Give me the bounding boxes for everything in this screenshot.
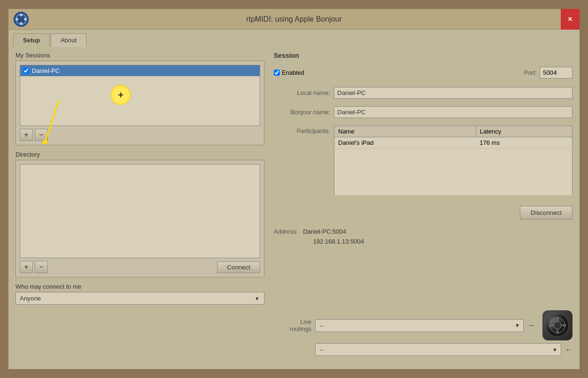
svg-point-3	[20, 22, 23, 25]
disconnect-row: Disconnect	[274, 203, 573, 220]
port-input[interactable]: 5004	[540, 67, 573, 79]
session-checkbox[interactable]	[23, 68, 29, 74]
live-routings-label: Liveroutings	[274, 318, 311, 332]
session-item-daniel-pc[interactable]: Daniel-PC	[20, 65, 260, 76]
directory-add-button[interactable]: +	[20, 261, 33, 273]
main-window: rtpMIDI: using Apple Bonjour × Setup Abo…	[8, 8, 580, 370]
participants-label: Participants:	[274, 126, 330, 134]
sessions-btn-row: + −	[20, 129, 260, 141]
title-bar: rtpMIDI: using Apple Bonjour ×	[8, 9, 580, 30]
my-sessions-group: Daniel-PC + −	[15, 61, 264, 145]
routing-row-1: Liveroutings -- →	[274, 310, 573, 340]
close-button[interactable]: ×	[561, 9, 580, 30]
main-content: My Sessions Daniel-PC + − Dir	[8, 47, 580, 366]
port-label: Port:	[524, 69, 537, 76]
directory-remove-button[interactable]: −	[35, 261, 48, 273]
session-heading: Session	[274, 52, 573, 59]
svg-point-11	[549, 324, 552, 327]
address-value-1: Daniel-PC:5004	[303, 228, 346, 235]
tab-setup[interactable]: Setup	[13, 33, 50, 47]
right-panel: Session Enabled Port: 5004 Local name:	[274, 52, 573, 359]
window-title: rtpMIDI: using Apple Bonjour	[246, 15, 342, 24]
bonjour-name-label: Bonjour name:	[274, 109, 330, 116]
bonjour-name-input[interactable]: Daniel-PC	[334, 106, 573, 118]
enabled-row: Enabled Port: 5004	[274, 67, 573, 79]
app-logo	[13, 11, 29, 27]
local-name-row: Local name: Daniel-PC	[274, 87, 573, 99]
connect-button[interactable]: Connect	[217, 261, 260, 273]
tab-about[interactable]: About	[51, 33, 86, 47]
who-connect-dropdown-wrapper: Anyone Only listed participants	[15, 292, 264, 305]
svg-point-12	[563, 324, 566, 327]
participants-table-wrapper: Name Latency Daniel's iPad 176 ms	[334, 126, 573, 196]
local-name-input[interactable]: Daniel-PC	[334, 87, 573, 99]
session-name: Daniel-PC	[32, 67, 60, 74]
directory-btn-row: + − Connect	[20, 261, 260, 273]
svg-point-9	[556, 317, 559, 320]
routing2-arrow-icon: ←	[565, 346, 573, 354]
routing1-arrow-icon: →	[527, 321, 535, 330]
address-value-2: 192.168.1.13:5004	[313, 238, 364, 245]
enabled-checkbox[interactable]	[274, 70, 280, 76]
routings-section: Liveroutings -- →	[274, 306, 573, 359]
svg-point-8	[554, 322, 561, 329]
midi-logo	[542, 310, 573, 340]
routing1-dropdown[interactable]: --	[315, 319, 524, 332]
routing2-dropdown[interactable]: --	[315, 343, 561, 356]
sessions-remove-button[interactable]: −	[35, 129, 48, 141]
my-sessions-label: My Sessions	[15, 52, 264, 59]
disconnect-button[interactable]: Disconnect	[520, 206, 573, 220]
directory-group: + − Connect	[15, 160, 264, 277]
directory-section: Directory + − Connect	[15, 151, 264, 277]
local-name-label: Local name:	[274, 89, 330, 96]
svg-point-5	[24, 18, 27, 21]
directory-label: Directory	[15, 151, 264, 158]
who-connect-dropdown[interactable]: Anyone Only listed participants	[15, 292, 264, 305]
routing-row-2: -- ←	[274, 343, 573, 356]
who-connect-label: Who may connect to me	[15, 283, 264, 290]
routing1-dropdown-wrapper: --	[315, 319, 524, 332]
bonjour-name-row: Bonjour name: Daniel-PC	[274, 106, 573, 118]
who-connect-section: Who may connect to me Anyone Only listed…	[15, 283, 264, 305]
table-row-empty	[334, 149, 573, 196]
participants-col-latency: Latency	[476, 126, 572, 137]
svg-point-2	[20, 14, 23, 16]
address-label: Address:	[274, 228, 298, 235]
table-row: Daniel's iPad 176 ms	[334, 137, 573, 149]
port-group: Port: 5004	[505, 67, 573, 79]
svg-point-10	[556, 331, 559, 334]
my-sessions-section: My Sessions Daniel-PC + −	[15, 52, 264, 145]
participant-latency: 176 ms	[476, 137, 572, 149]
enabled-label: Enabled	[282, 69, 304, 76]
directory-list	[20, 164, 260, 258]
enabled-wrapper: Enabled	[274, 69, 304, 76]
participants-table: Name Latency Daniel's iPad 176 ms	[334, 126, 573, 196]
participant-name: Daniel's iPad	[334, 137, 476, 149]
participants-col-name: Name	[334, 126, 476, 137]
sessions-add-button[interactable]: +	[20, 129, 33, 141]
participants-row: Participants: Name Latency	[274, 126, 573, 196]
svg-point-4	[15, 18, 18, 21]
routing2-dropdown-wrapper: --	[315, 343, 561, 356]
left-panel: My Sessions Daniel-PC + − Dir	[15, 52, 264, 359]
sessions-list: Daniel-PC	[20, 65, 260, 126]
tab-bar: Setup About	[8, 30, 580, 47]
address-section: Address: Daniel-PC:5004 192.168.1.13:500…	[274, 223, 573, 251]
